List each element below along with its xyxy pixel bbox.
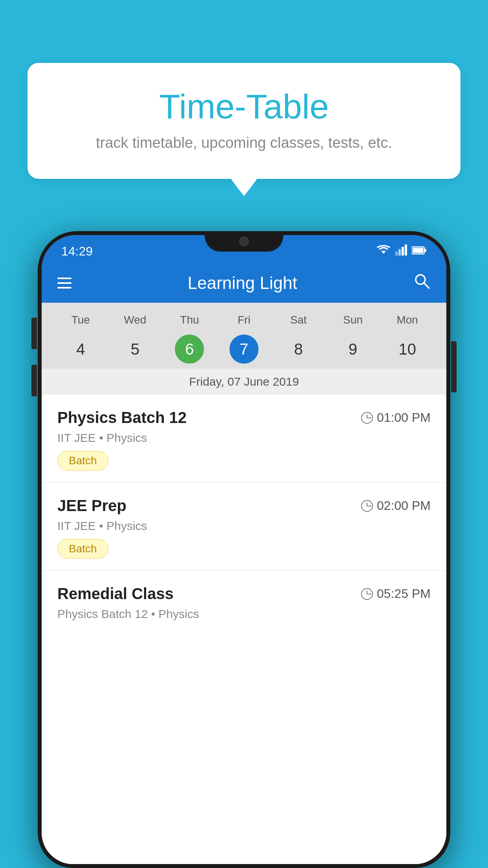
schedule-item-3[interactable]: Remedial Class 05:25 PM Physics Batch 12… [42, 571, 446, 631]
svg-rect-1 [395, 252, 398, 256]
day-header-sat: Sat [271, 311, 326, 329]
calendar-section: Tue Wed Thu Fri Sat Sun Mon 4 5 6 7 8 9 … [42, 303, 446, 369]
schedule-item-2-time-text: 02:00 PM [377, 498, 431, 513]
schedule-item-1[interactable]: Physics Batch 12 01:00 PM IIT JEE • Phys… [42, 395, 446, 483]
day-header-tue: Tue [53, 311, 108, 329]
schedule-item-3-header: Remedial Class 05:25 PM [57, 585, 431, 603]
calendar-day-7-selected[interactable]: 7 [229, 335, 259, 364]
schedule-item-1-tag: Batch [57, 451, 108, 471]
schedule-item-2-sub: IIT JEE • Physics [57, 519, 431, 533]
phone-notch [205, 231, 283, 252]
signal-icon [395, 245, 407, 258]
status-time: 14:29 [61, 244, 93, 259]
battery-icon [412, 245, 427, 257]
svg-rect-6 [413, 248, 424, 253]
schedule-item-2-tag: Batch [57, 539, 108, 559]
svg-marker-0 [381, 251, 386, 254]
svg-rect-3 [402, 247, 404, 256]
schedule-list: Physics Batch 12 01:00 PM IIT JEE • Phys… [42, 395, 446, 864]
tooltip-subtitle: track timetable, upcoming classes, tests… [59, 134, 429, 151]
day-numbers: 4 5 6 7 8 9 10 [53, 333, 435, 365]
schedule-item-3-time-text: 05:25 PM [377, 587, 431, 601]
calendar-day-9[interactable]: 9 [326, 333, 380, 365]
schedule-item-1-header: Physics Batch 12 01:00 PM [57, 409, 431, 427]
svg-rect-2 [398, 249, 401, 256]
schedule-item-2-header: JEE Prep 02:00 PM [57, 497, 431, 515]
svg-rect-4 [405, 245, 407, 256]
side-button-left-2 [31, 365, 37, 396]
day-header-mon: Mon [380, 311, 435, 329]
side-button-left-1 [31, 318, 37, 349]
app-title: Learning Light [83, 273, 402, 293]
calendar-day-4[interactable]: 4 [53, 333, 108, 365]
phone-camera [239, 237, 249, 246]
clock-icon-1 [361, 412, 373, 424]
schedule-item-2-title: JEE Prep [57, 497, 127, 515]
side-button-right [451, 341, 457, 392]
phone-outer: 14:29 [38, 231, 450, 868]
tooltip-card: Time-Table track timetable, upcoming cla… [28, 63, 460, 179]
clock-icon-3 [361, 588, 373, 600]
app-bar: Learning Light [42, 263, 446, 303]
schedule-item-3-title: Remedial Class [57, 585, 174, 603]
schedule-item-1-time-text: 01:00 PM [377, 410, 431, 425]
schedule-item-2[interactable]: JEE Prep 02:00 PM IIT JEE • Physics Batc… [42, 483, 446, 571]
svg-line-9 [424, 283, 429, 288]
tooltip-title: Time-Table [59, 86, 429, 127]
schedule-item-3-sub: Physics Batch 12 • Physics [57, 607, 431, 621]
schedule-item-3-time: 05:25 PM [361, 587, 431, 601]
svg-rect-7 [424, 249, 426, 252]
hamburger-menu-icon[interactable] [57, 278, 72, 289]
calendar-day-10[interactable]: 10 [380, 333, 435, 365]
schedule-item-1-sub: IIT JEE • Physics [57, 431, 431, 445]
schedule-item-2-time: 02:00 PM [361, 498, 431, 513]
phone-screen: 14:29 [42, 235, 446, 864]
day-header-wed: Wed [108, 311, 163, 329]
status-icons [376, 245, 427, 258]
calendar-day-5[interactable]: 5 [108, 333, 163, 365]
day-headers: Tue Wed Thu Fri Sat Sun Mon [53, 311, 435, 329]
clock-icon-2 [361, 500, 373, 512]
day-header-sun: Sun [326, 311, 380, 329]
wifi-icon [376, 245, 391, 258]
calendar-date-label: Friday, 07 June 2019 [42, 369, 446, 395]
day-header-fri: Fri [217, 311, 272, 329]
day-header-thu: Thu [162, 311, 217, 329]
calendar-day-8[interactable]: 8 [271, 333, 326, 365]
phone-frame: 14:29 [38, 231, 450, 868]
schedule-item-1-title: Physics Batch 12 [57, 409, 187, 427]
calendar-day-6-today[interactable]: 6 [175, 335, 204, 364]
schedule-item-1-time: 01:00 PM [361, 410, 431, 425]
search-icon[interactable] [413, 272, 431, 294]
